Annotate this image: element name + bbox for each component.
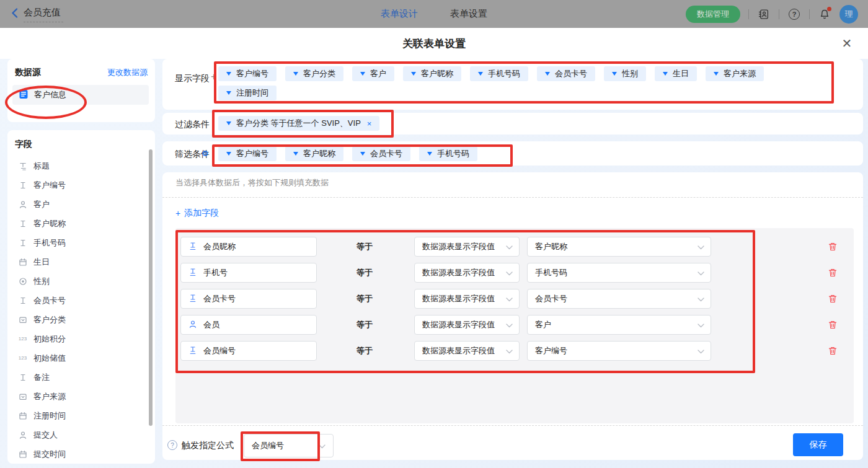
source-field-select[interactable]: 手机号码 [527,263,711,283]
back-button[interactable]: 会员充值 [11,6,63,22]
modal-header: 关联表单设置 ✕ [0,28,868,59]
help-icon[interactable]: ? [167,440,177,450]
field-item[interactable]: 注册时间 [7,406,155,425]
field-tag[interactable]: 客户昵称 [403,66,461,81]
field-tag[interactable]: 生日 [655,66,697,81]
linked-form-settings-page: 会员充值 表单设计 表单设置 数据管理 ? [0,0,868,468]
delete-rule-icon[interactable] [827,241,838,252]
delete-rule-icon[interactable] [827,319,838,330]
field-item[interactable]: 客户 [7,195,155,214]
field-item[interactable]: 生日 [7,252,155,272]
rules-container: 会员昵称等于数据源表显示字段值客户昵称手机号等于数据源表显示字段值手机号码会员卡… [175,228,854,423]
field-tag[interactable]: 注册时间 [218,86,277,100]
contacts-icon[interactable] [757,7,771,21]
display-fields-label: 显示字段 [175,73,210,84]
select-field-icon [18,392,27,401]
close-icon[interactable]: ✕ [839,36,854,51]
field-item[interactable]: 客户分类 [7,310,155,329]
field-tag[interactable]: 客户编号 [218,146,277,161]
field-tag[interactable]: 客户 [352,66,394,81]
triangle-down-icon [226,121,231,125]
field-tag[interactable]: 性别 [604,66,646,81]
field-item[interactable]: 会员卡号 [7,291,155,310]
text-field-icon [188,294,197,304]
equals-label: 等于 [356,267,373,278]
delete-rule-icon[interactable] [827,293,838,304]
data-manage-button[interactable]: 数据管理 [686,6,740,23]
source-type-select[interactable]: 数据源表显示字段值 [414,263,520,283]
field-item-label: 客户来源 [33,391,66,402]
field-tag[interactable]: 手机号码 [470,66,528,81]
field-item[interactable]: 提交时间 [7,444,155,464]
source-type-select[interactable]: 数据源表显示字段值 [414,237,520,257]
scrollbar-thumb[interactable] [149,149,153,426]
target-field-label: 手机号 [203,267,228,278]
display-field-tags: 客户编号客户分类客户客户昵称手机号码会员卡号性别生日客户来源 注册时间 [218,66,851,100]
chevron-down-icon [319,441,326,451]
target-field-box[interactable]: 会员编号 [180,341,317,361]
field-item[interactable]: 提交人 [7,425,155,444]
field-item[interactable]: 客户来源 [7,387,155,406]
add-display-field-icon[interactable]: + [211,71,216,82]
equals-label: 等于 [356,345,373,356]
triangle-down-icon [478,72,483,76]
datasource-title: 数据源 [15,67,41,78]
equals-label: 等于 [356,241,373,252]
trigger-formula-select[interactable]: 会员编号 [244,434,334,457]
field-tag[interactable]: 会员卡号 [537,66,595,81]
field-tag[interactable]: 手机号码 [419,146,477,161]
field-item[interactable]: 性别 [7,272,155,291]
source-type-select[interactable]: 数据源表显示字段值 [414,315,520,335]
field-item-label: 备注 [33,372,50,383]
field-tag[interactable]: 客户昵称 [285,146,343,161]
target-field-box[interactable]: 会员卡号 [180,289,317,309]
field-item[interactable]: 客户编号 [7,175,155,195]
target-field-box[interactable]: 手机号 [180,263,317,283]
help-icon[interactable]: ? [787,7,801,21]
fill-rules-panel: 当选择具体数据后，将按如下规则填充数据 + 添加字段 会员昵称等于数据源表显示字… [162,172,863,460]
field-item-label: 初始储值 [33,353,66,364]
avatar[interactable]: 理 [839,5,858,24]
tab-form-settings[interactable]: 表单设置 [450,8,487,20]
source-field-select[interactable]: 会员卡号 [527,289,711,309]
field-tag[interactable]: 客户编号 [218,66,277,81]
source-type-select[interactable]: 数据源表显示字段值 [414,289,520,309]
chevron-down-icon [698,347,704,356]
triangle-down-icon [226,91,231,95]
notification-bell-icon[interactable] [818,7,831,21]
field-item[interactable]: 标题 [7,156,155,175]
tab-form-design[interactable]: 表单设计 [381,8,418,20]
field-item[interactable]: 123初始积分 [7,329,155,348]
field-item[interactable]: 123初始储值 [7,348,155,368]
target-field-label: 会员编号 [203,345,236,356]
date-field-icon [18,258,27,267]
datasource-item-customer-info[interactable]: 客户信息 [12,85,149,105]
source-field-select[interactable]: 客户 [527,315,711,335]
screening-condition-panel: 筛选条件 ⚙ 客户编号客户昵称会员卡号手机号码 [162,141,863,166]
person-field-icon [18,431,27,439]
change-datasource-link[interactable]: 更改数据源 [107,67,148,78]
field-tag[interactable]: 会员卡号 [352,146,410,161]
field-item[interactable]: 手机号码 [7,233,155,252]
field-tag[interactable]: 客户分类 [285,66,343,81]
datasource-item-label: 客户信息 [34,89,66,100]
save-button[interactable]: 保存 [793,433,843,456]
filter-condition-tag[interactable]: 客户分类 等于任意一个 SVIP、VIP × [218,116,379,131]
text-field-icon [18,373,27,382]
field-tag[interactable]: 客户来源 [706,66,764,81]
triangle-down-icon [226,152,231,156]
field-item[interactable]: 客户昵称 [7,214,155,233]
gear-icon[interactable]: ⚙ [202,149,209,158]
remove-filter-icon[interactable]: × [367,119,372,128]
delete-rule-icon[interactable] [827,267,838,278]
heading-field-icon [18,162,27,170]
field-item[interactable]: 备注 [7,368,155,387]
add-field-link[interactable]: + 添加字段 [175,208,219,219]
target-field-box[interactable]: 会员昵称 [180,237,317,257]
target-field-box[interactable]: 会员 [180,315,317,335]
source-field-select[interactable]: 客户编号 [527,341,711,361]
source-type-select[interactable]: 数据源表显示字段值 [414,341,520,361]
chevron-down-icon [506,347,513,356]
delete-rule-icon[interactable] [827,345,838,356]
source-field-select[interactable]: 客户昵称 [527,237,711,257]
